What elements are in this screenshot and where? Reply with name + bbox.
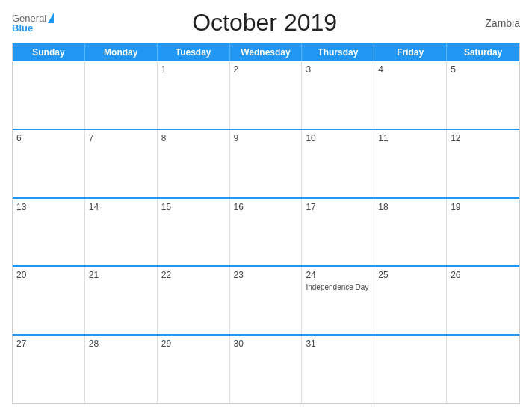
table-row: 6 <box>13 130 85 197</box>
table-row: 16 <box>230 199 303 266</box>
header-thursday: Thursday <box>302 43 374 61</box>
table-row: 31 <box>302 336 374 403</box>
calendar-page: General Blue October 2019 Zambia Sunday … <box>0 0 532 411</box>
table-row: 13 <box>13 199 85 266</box>
table-row <box>85 61 158 129</box>
table-row: 5 <box>447 61 519 129</box>
logo: General Blue <box>12 13 54 34</box>
week-3: 13 14 15 16 17 18 19 <box>13 199 519 268</box>
table-row: 21 <box>85 267 158 334</box>
table-row: 17 <box>302 199 374 266</box>
header-monday: Monday <box>85 43 158 61</box>
week-4: 20 21 22 23 24 Independence Day 25 26 <box>13 267 519 336</box>
table-row: 18 <box>374 199 447 266</box>
table-row: 9 <box>230 130 303 197</box>
header-friday: Friday <box>374 43 447 61</box>
calendar-header-row: Sunday Monday Tuesday Wednesday Thursday… <box>13 43 519 61</box>
table-row <box>374 336 447 403</box>
calendar-grid: Sunday Monday Tuesday Wednesday Thursday… <box>12 43 520 404</box>
logo-blue-text: Blue <box>12 22 33 34</box>
table-row: 1 <box>158 61 230 129</box>
week-1: 1 2 3 4 5 <box>13 61 519 130</box>
header-saturday: Saturday <box>447 43 519 61</box>
country-label: Zambia <box>475 17 520 29</box>
header: General Blue October 2019 Zambia <box>12 9 520 37</box>
table-row: 26 <box>447 267 519 334</box>
table-row: 19 <box>447 199 519 266</box>
independence-day-event: Independence Day <box>306 283 370 291</box>
table-row: 23 <box>230 267 303 334</box>
table-row: 22 <box>158 267 230 334</box>
table-row: 11 <box>374 130 447 197</box>
table-row: 14 <box>85 199 158 266</box>
table-row <box>13 61 85 129</box>
table-row: 4 <box>374 61 447 129</box>
table-row: 12 <box>447 130 519 197</box>
calendar-title: October 2019 <box>54 9 475 37</box>
table-row: 27 <box>13 336 85 403</box>
week-2: 6 7 8 9 10 11 12 <box>13 130 519 199</box>
table-row: 15 <box>158 199 230 266</box>
table-row: 25 <box>374 267 447 334</box>
logo-triangle-icon <box>48 13 54 23</box>
header-sunday: Sunday <box>13 43 85 61</box>
calendar-body: 1 2 3 4 5 6 7 8 9 10 11 12 13 14 15 <box>13 61 519 403</box>
table-row <box>447 336 519 403</box>
header-tuesday: Tuesday <box>158 43 230 61</box>
header-wednesday: Wednesday <box>230 43 303 61</box>
table-row: 2 <box>230 61 303 129</box>
table-row: 29 <box>158 336 230 403</box>
table-row: 24 Independence Day <box>302 267 374 334</box>
table-row: 10 <box>302 130 374 197</box>
table-row: 30 <box>230 336 303 403</box>
week-5: 27 28 29 30 31 <box>13 336 519 403</box>
table-row: 8 <box>158 130 230 197</box>
table-row: 7 <box>85 130 158 197</box>
table-row: 28 <box>85 336 158 403</box>
table-row: 3 <box>302 61 374 129</box>
table-row: 20 <box>13 267 85 334</box>
